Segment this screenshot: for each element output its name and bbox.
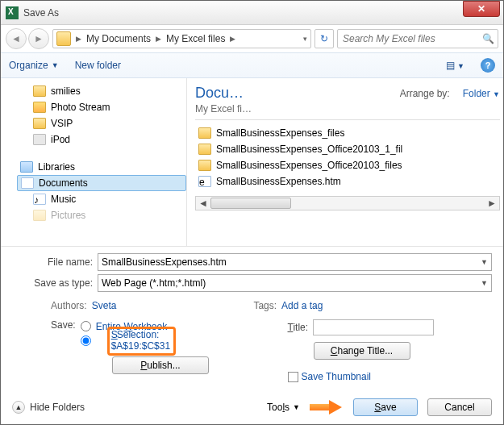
authors-value[interactable]: Sveta [92,300,117,311]
arrange-by-label: Arrange by: [400,88,450,99]
cancel-button[interactable]: Cancel [427,398,492,416]
pictures-icon [33,210,46,221]
folder-icon [198,160,211,171]
save-button[interactable]: Save [353,398,418,416]
caret-up-icon: ▲ [12,401,25,414]
radio-entire-workbook-input[interactable] [81,321,91,331]
organize-label: Organize [9,60,48,71]
excel-icon [6,6,19,19]
nav-tree: smilies Photo Stream VSIP iPod Libraries… [1,78,186,246]
folder-icon [33,85,46,97]
chevron-icon[interactable]: ▶ [74,35,83,43]
savetype-value: Web Page (*.htm;*.html) [102,277,206,289]
tree-item-pictures[interactable]: Pictures [20,207,186,223]
file-list: SmallBusinessExpenses_files SmallBusines… [195,125,500,190]
titlebar: Save As ✕ [1,1,503,25]
pane-subtitle: My Excel fi… [195,103,500,120]
new-folder-button[interactable]: New folder [75,60,121,71]
libraries-icon [20,161,33,173]
view-mode-button[interactable]: ▤ ▼ [446,60,464,71]
filename-dropdown[interactable]: ▼ [481,258,488,266]
file-item[interactable]: eSmallBusinessExpenses.htm [195,173,500,190]
back-button[interactable]: ◄ [6,28,27,49]
ipod-icon [33,134,46,145]
documents-icon [21,177,34,189]
folder-icon [198,144,211,155]
authors-label: Authors: [51,300,87,311]
organize-menu[interactable]: Organize ▼ [9,60,59,71]
radio-selection[interactable]: SSelection: $A$19:$C$31 [81,334,176,348]
chevron-icon[interactable]: ▶ [154,35,163,43]
tags-label: Tags: [253,300,277,311]
tree-item-ipod[interactable]: iPod [20,131,186,148]
tags-value[interactable]: Add a tag [281,300,323,311]
scroll-left[interactable]: ◄ [196,198,210,209]
tree-item-vsip[interactable]: VSIP [20,115,186,131]
checkbox-icon[interactable] [288,372,298,382]
refresh-button[interactable]: ↻ [314,29,334,48]
annotation-arrow [310,400,344,415]
scroll-track[interactable] [210,197,485,210]
scroll-right[interactable]: ► [485,198,499,209]
search-input[interactable] [341,32,482,45]
selection-highlight: SSelection: $A$19:$C$31 [107,327,176,356]
dialog-footer: ▲ Hide Folders Tools▼ Save Cancel [1,390,503,424]
chevron-icon[interactable]: ▶ [228,35,237,43]
search-icon[interactable]: 🔍 [482,33,494,44]
horizontal-scrollbar[interactable]: ◄ ► [195,196,500,210]
tools-menu[interactable]: Tools▼ [267,402,300,413]
savetype-field[interactable]: Web Page (*.htm;*.html) ▼ [98,274,492,292]
folder-icon [56,31,71,46]
music-icon: ♪ [33,194,46,205]
crumb-my-excel-files[interactable]: My Excel files [163,33,228,44]
publish-button[interactable]: Publish... [112,356,209,374]
folder-icon [33,118,46,129]
html-file-icon: e [198,176,211,187]
change-title-button[interactable]: Change Title... [314,342,410,360]
savetype-label: Save as type: [12,277,93,289]
save-as-dialog: Save As ✕ ◄ ► ▶ My Documents ▶ My Excel … [0,0,504,425]
tree-libraries[interactable]: Libraries [20,159,186,175]
pane-title: Docu… [195,85,244,102]
filename-label: File name: [12,256,93,268]
window-title: Save As [23,7,59,19]
file-list-pane: Docu… Arrange by: Folder ▼ My Excel fi… … [187,78,503,246]
radio-selection-input[interactable] [81,335,91,346]
photo-icon [33,102,46,113]
title-input[interactable] [313,319,434,335]
close-button[interactable]: ✕ [463,1,500,17]
tree-item-photo-stream[interactable]: Photo Stream [20,99,186,115]
tree-item-smilies[interactable]: smilies [20,83,186,99]
save-thumbnail-checkbox[interactable]: Save Thumbnail [288,371,493,382]
filename-field[interactable]: SmallBusinessExpenses.htm ▼ [98,253,492,271]
search-box[interactable]: 🔍 [337,29,498,48]
tree-item-documents[interactable]: Documents [17,175,186,191]
arrange-by-value[interactable]: Folder ▼ [463,88,500,99]
hide-folders-button[interactable]: ▲ Hide Folders [12,401,85,414]
file-item[interactable]: SmallBusinessExpenses_files [195,125,500,141]
help-button[interactable]: ? [481,58,495,73]
forward-button[interactable]: ► [28,28,49,49]
save-form: File name: SmallBusinessExpenses.htm ▼ S… [1,247,503,390]
chevron-down-icon: ▼ [52,61,59,69]
breadcrumb[interactable]: ▶ My Documents ▶ My Excel files ▶ ▾ [52,29,311,48]
toolbar: Organize ▼ New folder ▤ ▼ ? [1,52,503,78]
file-item[interactable]: SmallBusinessExpenses_Office20103_files [195,157,500,173]
tree-item-music[interactable]: ♪Music [20,191,186,207]
save-scope-label: Save: [51,319,76,348]
explorer-body: smilies Photo Stream VSIP iPod Libraries… [1,78,503,247]
savetype-dropdown[interactable]: ▼ [481,279,488,287]
filename-value: SmallBusinessExpenses.htm [102,256,227,268]
crumb-my-documents[interactable]: My Documents [83,33,154,44]
file-item[interactable]: SmallBusinessExpenses_Office20103_1_fil [195,141,500,157]
breadcrumb-dropdown[interactable]: ▾ [302,35,309,43]
scroll-thumb[interactable] [210,198,291,209]
folder-icon [198,127,211,139]
nav-row: ◄ ► ▶ My Documents ▶ My Excel files ▶ ▾ … [1,25,503,52]
